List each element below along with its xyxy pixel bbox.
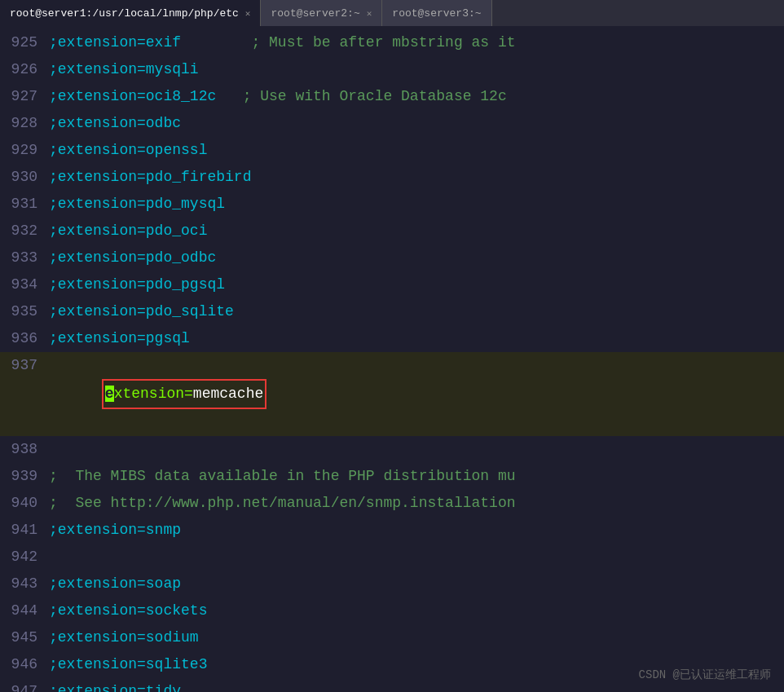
code-line-934: 934 ;extension=pdo_pgsql [0, 271, 784, 298]
line-num-934: 934 [0, 271, 49, 298]
tab-server3-label: root@server3:~ [392, 7, 481, 20]
code-line-943: 943 ;extension=soap [0, 571, 784, 597]
line-content-931: ;extension=pdo_mysql [49, 191, 784, 218]
line-num-933: 933 [0, 245, 49, 271]
line-num-932: 932 [0, 218, 49, 245]
line-content-941: ;extension=snmp [49, 517, 784, 544]
line-content-940: ; See http://www.php.net/manual/en/snmp.… [49, 490, 784, 517]
line-num-947: 947 [0, 678, 49, 692]
line-content-936: ;extension=pgsql [49, 325, 784, 352]
tab-server2-label: root@server2:~ [271, 7, 359, 20]
code-line-929: 929 ;extension=openssl [0, 137, 784, 164]
line-content-939: ; The MIBS data available in the PHP dis… [49, 463, 784, 490]
code-line-925: 925 ;extension=exif ; Must be after mbst… [0, 29, 784, 56]
line-num-930: 930 [0, 164, 49, 191]
line-num-935: 935 [0, 298, 49, 325]
code-line-931: 931 ;extension=pdo_mysql [0, 191, 784, 218]
code-line-944: 944 ;extension=sockets [0, 597, 784, 624]
code-line-935: 935 ;extension=pdo_sqlite [0, 298, 784, 325]
line-num-925: 925 [0, 29, 49, 56]
line-content-925: ;extension=exif ; Must be after mbstring… [49, 29, 784, 56]
line-num-944: 944 [0, 597, 49, 624]
line-content-926: ;extension=mysqli [49, 56, 784, 83]
code-line-936: 936 ;extension=pgsql [0, 325, 784, 352]
code-line-930: 930 ;extension=pdo_firebird [0, 164, 784, 191]
line-num-946: 946 [0, 651, 49, 678]
line-num-927: 927 [0, 83, 49, 110]
line-num-929: 929 [0, 137, 49, 164]
code-line-932: 932 ;extension=pdo_oci [0, 218, 784, 245]
code-line-937: 937 extension=memcache [0, 352, 784, 436]
tab-server2-close[interactable]: ✕ [367, 8, 372, 19]
code-line-939: 939 ; The MIBS data available in the PHP… [0, 463, 784, 490]
line-content-944: ;extension=sockets [49, 597, 784, 624]
line-content-934: ;extension=pdo_pgsql [49, 271, 784, 298]
line-num-931: 931 [0, 191, 49, 218]
line-content-929: ;extension=openssl [49, 137, 784, 164]
line-num-943: 943 [0, 571, 49, 597]
line-num-940: 940 [0, 490, 49, 517]
code-line-927: 927 ;extension=oci8_12c ; Use with Oracl… [0, 83, 784, 110]
line-content-945: ;extension=sodium [49, 624, 784, 651]
code-line-945: 945 ;extension=sodium [0, 624, 784, 651]
tab-server2[interactable]: root@server2:~ ✕ [261, 0, 382, 26]
line-num-945: 945 [0, 624, 49, 651]
line-num-939: 939 [0, 463, 49, 490]
line-num-938: 938 [0, 436, 49, 463]
code-line-942: 942 [0, 544, 784, 571]
code-line-926: 926 ;extension=mysqli [0, 56, 784, 83]
line-content-935: ;extension=pdo_sqlite [49, 298, 784, 325]
line-content-930: ;extension=pdo_firebird [49, 164, 784, 191]
line-content-927: ;extension=oci8_12c ; Use with Oracle Da… [49, 83, 784, 110]
line-content-933: ;extension=pdo_odbc [49, 245, 784, 271]
tab-server1-label: root@server1:/usr/local/lnmp/php/etc [10, 7, 239, 20]
code-line-940: 940 ; See http://www.php.net/manual/en/s… [0, 490, 784, 517]
tab-server1[interactable]: root@server1:/usr/local/lnmp/php/etc ✕ [0, 0, 261, 26]
code-line-938: 938 [0, 436, 784, 463]
line-num-937: 937 [0, 352, 49, 379]
line-content-928: ;extension=odbc [49, 110, 784, 137]
watermark: CSDN @已认证运维工程师 [639, 668, 771, 682]
code-line-933: 933 ;extension=pdo_odbc [0, 245, 784, 271]
highlight-box: extension=memcache [102, 379, 266, 409]
code-line-941: 941 ;extension=snmp [0, 517, 784, 544]
tab-bar: root@server1:/usr/local/lnmp/php/etc ✕ r… [0, 0, 784, 26]
line-content-937: extension=memcache [49, 352, 784, 436]
line-content-932: ;extension=pdo_oci [49, 218, 784, 245]
line-num-928: 928 [0, 110, 49, 137]
editor-area: 925 ;extension=exif ; Must be after mbst… [0, 26, 784, 692]
tab-server3[interactable]: root@server3:~ [382, 0, 491, 26]
line-num-926: 926 [0, 56, 49, 83]
line-content-943: ;extension=soap [49, 571, 784, 597]
line-num-941: 941 [0, 517, 49, 544]
line-num-942: 942 [0, 544, 49, 571]
code-line-928: 928 ;extension=odbc [0, 110, 784, 137]
line-num-936: 936 [0, 325, 49, 352]
tab-server1-close[interactable]: ✕ [245, 8, 251, 19]
